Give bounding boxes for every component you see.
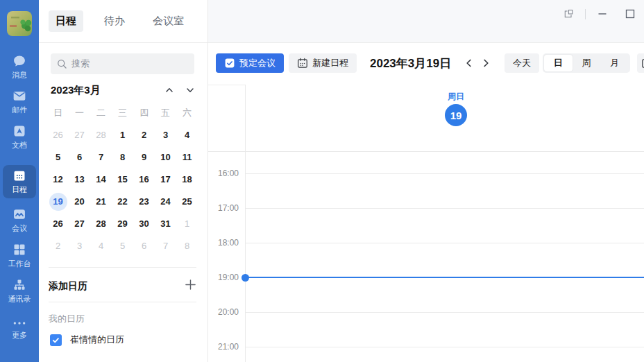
calendar-name-label: 崔情情的日历 bbox=[70, 334, 124, 346]
book-meeting-label: 预定会议 bbox=[239, 57, 276, 69]
hour-gridline bbox=[246, 173, 644, 174]
next-day-button[interactable] bbox=[477, 55, 494, 71]
mini-calendar-day[interactable]: 23 bbox=[135, 193, 153, 211]
hour-gridline bbox=[246, 312, 644, 313]
sidebar-item-label: 邮件 bbox=[0, 105, 39, 115]
mini-calendar-day[interactable]: 27 bbox=[71, 126, 89, 144]
mini-calendar-day[interactable]: 25 bbox=[178, 193, 196, 211]
mini-calendar-header: 2023年3月 bbox=[51, 84, 196, 98]
maximize-button[interactable] bbox=[623, 7, 637, 21]
mini-calendar-day[interactable]: 7 bbox=[157, 237, 175, 255]
tab-schedule[interactable]: 日程 bbox=[49, 10, 83, 32]
weekday-label: 六 bbox=[176, 105, 198, 121]
mini-calendar-day[interactable]: 18 bbox=[178, 171, 196, 189]
day-column[interactable] bbox=[246, 152, 644, 362]
mini-calendar-day[interactable]: 4 bbox=[178, 126, 196, 144]
calendar-settings-button[interactable] bbox=[637, 53, 644, 73]
mini-calendar-day[interactable]: 4 bbox=[92, 237, 110, 255]
mini-calendar-day[interactable]: 26 bbox=[49, 126, 67, 144]
mini-calendar-day[interactable]: 14 bbox=[92, 171, 110, 189]
mini-calendar-day[interactable]: 27 bbox=[71, 215, 89, 233]
mini-calendar-day[interactable]: 6 bbox=[71, 148, 89, 166]
mini-calendar-day[interactable]: 3 bbox=[157, 126, 175, 144]
sidebar-item-workbench[interactable]: 工作台 bbox=[0, 243, 39, 269]
search-input[interactable]: 搜索 bbox=[51, 53, 194, 74]
mini-calendar-day[interactable]: 22 bbox=[114, 193, 132, 211]
mini-calendar-day[interactable]: 24 bbox=[157, 193, 175, 211]
float-window-button[interactable] bbox=[561, 7, 575, 21]
today-button[interactable]: 今天 bbox=[505, 53, 539, 73]
sidebar-item-messages[interactable]: 消息 bbox=[0, 54, 39, 80]
current-date-title: 2023年3月19日 bbox=[370, 55, 451, 71]
mini-calendar-day[interactable]: 19 bbox=[49, 193, 67, 211]
mini-calendar-day[interactable]: 15 bbox=[114, 171, 132, 189]
tab-meeting-rooms[interactable]: 会议室 bbox=[146, 10, 191, 32]
mini-calendar-day[interactable]: 11 bbox=[178, 148, 196, 166]
sidebar-item-label: 会议 bbox=[0, 223, 39, 234]
sidebar: 消息 邮件 文档 日程 会议 工作台 通讯录 更多 bbox=[0, 0, 39, 362]
new-event-button[interactable]: 新建日程 bbox=[289, 53, 357, 73]
mini-calendar-day[interactable]: 8 bbox=[178, 237, 196, 255]
day-header-date-badge[interactable]: 19 bbox=[445, 104, 467, 126]
add-calendar-button[interactable] bbox=[185, 279, 198, 293]
mini-calendar-day[interactable]: 2 bbox=[49, 237, 67, 255]
sidebar-item-calendar[interactable]: 日程 bbox=[3, 165, 36, 198]
search-placeholder: 搜索 bbox=[71, 58, 90, 70]
sidebar-item-contacts[interactable]: 通讯录 bbox=[0, 278, 39, 304]
mini-calendar-day[interactable]: 8 bbox=[114, 148, 132, 166]
sidebar-item-more[interactable]: 更多 bbox=[0, 319, 39, 341]
mini-calendar-day[interactable]: 7 bbox=[92, 148, 110, 166]
app-window: 消息 邮件 文档 日程 会议 工作台 通讯录 更多 bbox=[0, 0, 644, 362]
sidebar-item-meeting[interactable]: 会议 bbox=[0, 207, 39, 234]
mini-calendar-day[interactable]: 16 bbox=[135, 171, 153, 189]
mini-calendar-day[interactable]: 2 bbox=[135, 126, 153, 144]
sidebar-item-mail[interactable]: 邮件 bbox=[0, 89, 39, 115]
mini-calendar-day[interactable]: 13 bbox=[71, 171, 89, 189]
mini-calendar-day[interactable]: 17 bbox=[157, 171, 175, 189]
previous-day-button[interactable] bbox=[461, 55, 477, 71]
mini-calendar-day[interactable]: 31 bbox=[157, 215, 175, 233]
mini-calendar-day[interactable]: 5 bbox=[114, 237, 132, 255]
mini-calendar-day[interactable]: 20 bbox=[71, 193, 89, 211]
hour-label: 21:00 bbox=[208, 342, 239, 352]
chevron-down-icon[interactable] bbox=[185, 85, 198, 96]
avatar-image bbox=[7, 11, 32, 36]
view-month[interactable]: 月 bbox=[600, 55, 629, 71]
chevron-up-icon[interactable] bbox=[164, 85, 177, 96]
tab-todo[interactable]: 待办 bbox=[97, 10, 132, 32]
window-controls bbox=[561, 7, 637, 21]
day-header-weekday: 周日 bbox=[435, 91, 477, 103]
minimize-icon bbox=[597, 8, 608, 19]
chevron-left-icon bbox=[464, 58, 474, 68]
mini-calendar-day[interactable]: 30 bbox=[135, 215, 153, 233]
main-area: 预定会议 新建日程 2023年3月19日 今天 日 周 月 周日 19 16:0… bbox=[208, 0, 644, 362]
view-day[interactable]: 日 bbox=[544, 55, 573, 71]
checkbox-checked-icon[interactable] bbox=[50, 334, 62, 346]
float-window-icon bbox=[563, 8, 574, 19]
minimize-button[interactable] bbox=[595, 7, 609, 21]
calendar-outline-icon bbox=[641, 58, 644, 69]
mini-calendar-day[interactable]: 1 bbox=[178, 215, 196, 233]
sidebar-item-label: 工作台 bbox=[0, 259, 39, 269]
mini-calendar-day[interactable]: 21 bbox=[92, 193, 110, 211]
avatar[interactable] bbox=[7, 11, 32, 36]
sidebar-item-docs[interactable]: 文档 bbox=[0, 124, 39, 150]
mini-calendar-day[interactable]: 28 bbox=[92, 215, 110, 233]
mini-calendar-day[interactable]: 9 bbox=[135, 148, 153, 166]
calendar-checkbox-row[interactable]: 崔情情的日历 bbox=[50, 334, 124, 346]
mini-calendar-day[interactable]: 12 bbox=[49, 171, 67, 189]
mini-calendar-day[interactable]: 1 bbox=[114, 126, 132, 144]
mini-calendar-day[interactable]: 3 bbox=[71, 237, 89, 255]
mini-calendar-day[interactable]: 29 bbox=[114, 215, 132, 233]
book-meeting-button[interactable]: 预定会议 bbox=[216, 53, 284, 73]
mini-calendar-day[interactable]: 6 bbox=[135, 237, 153, 255]
mini-calendar-day[interactable]: 26 bbox=[49, 215, 67, 233]
plus-icon bbox=[185, 279, 196, 291]
mini-calendar-day[interactable]: 10 bbox=[157, 148, 175, 166]
meeting-icon bbox=[0, 207, 39, 222]
hour-label: 16:00 bbox=[208, 169, 239, 178]
sidebar-item-label: 日程 bbox=[3, 184, 36, 195]
view-week[interactable]: 周 bbox=[573, 55, 601, 71]
mini-calendar-day[interactable]: 5 bbox=[49, 148, 67, 166]
mini-calendar-day[interactable]: 28 bbox=[92, 126, 110, 144]
